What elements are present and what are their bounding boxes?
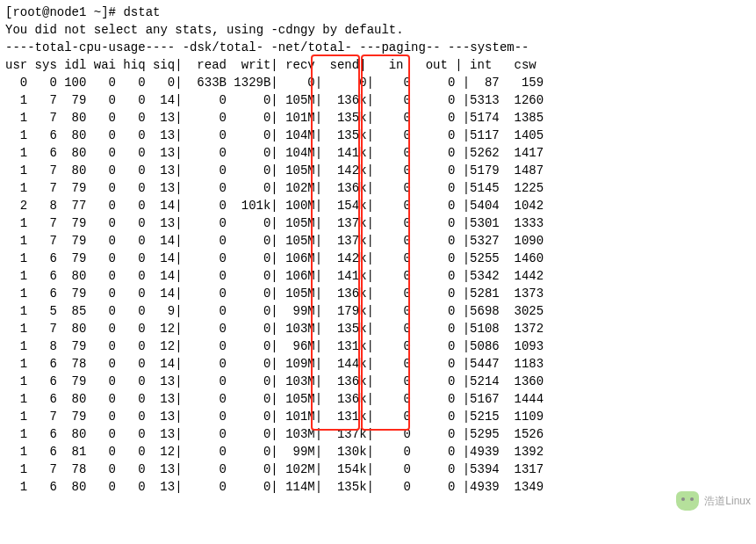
separator-icon: |: [455, 478, 462, 496]
cell-int: 5281: [463, 285, 500, 302]
separator-icon: |: [455, 109, 462, 127]
separator-icon: |: [367, 91, 374, 109]
cell-siq: 12: [146, 320, 176, 337]
table-row: 16800013|00|104M|135k|00 |51171405: [5, 127, 751, 144]
table-row: 16800013|00|114M|135k|00 |49391349: [5, 478, 751, 496]
cell-out: 0: [418, 478, 455, 496]
cell-usr: 1: [5, 214, 27, 232]
separator-icon: |: [455, 425, 462, 443]
cell-recv: 109M: [278, 355, 315, 373]
separator-icon: |: [448, 56, 455, 74]
cell-writ: 0: [227, 478, 270, 496]
cell-out: 0: [418, 267, 455, 285]
cell-send: 135k: [330, 109, 367, 127]
cell-hiq: 0: [116, 337, 146, 355]
separator-icon: |: [175, 144, 182, 162]
cell-hiq: 0: [116, 373, 146, 390]
cell-usr: 1: [5, 91, 27, 109]
cell-wai: 0: [86, 425, 116, 443]
cell-hiq: 0: [116, 109, 146, 127]
cell-int: 5215: [463, 408, 500, 425]
separator-icon: |: [315, 162, 322, 179]
cell-siq: 13: [146, 162, 176, 179]
separator-icon: |: [175, 109, 182, 127]
cell-int: 5179: [463, 162, 500, 179]
cell-csw: 1090: [500, 232, 544, 250]
cell-wai: 0: [86, 461, 116, 478]
cell-sys: 7: [27, 461, 57, 478]
cell-out: 0: [418, 197, 455, 214]
separator-icon: |: [367, 408, 374, 425]
table-row: 16790013|00|103M|136k|00 |52141360: [5, 373, 751, 390]
cell-recv: 114M: [278, 478, 315, 496]
separator-icon: |: [315, 267, 322, 285]
table-row: 16790014|00|106M|142k|00 |52551460: [5, 250, 751, 267]
separator-icon: |: [367, 390, 374, 408]
dstat-column-header: usr sys idl wai hiq siq | read writ | re…: [5, 56, 751, 74]
cell-read: 0: [190, 478, 227, 496]
separator-icon: |: [455, 179, 462, 197]
separator-icon: |: [455, 461, 462, 478]
cell-out: 0: [418, 144, 455, 162]
cell-siq: 13: [146, 390, 176, 408]
cell-idl: 79: [57, 214, 87, 232]
separator-icon: |: [367, 443, 374, 461]
separator-icon: |: [367, 127, 374, 144]
cell-recv: 105M: [278, 91, 315, 109]
cell-usr: 1: [5, 425, 27, 443]
separator-icon: |: [175, 232, 182, 250]
table-row: 17790013|00|102M|136k|00 |51451225: [5, 179, 751, 197]
cell-in: 0: [374, 144, 411, 162]
cell-recv: 104M: [278, 144, 315, 162]
cell-idl: 80: [57, 320, 87, 337]
cell-recv: 99M: [278, 302, 315, 320]
table-row: 17800013|00|105M|142k|00 |51791487: [5, 162, 751, 179]
cell-writ: 0: [227, 355, 270, 373]
separator-icon: |: [367, 285, 374, 302]
cell-send: 141k: [330, 267, 367, 285]
cell-csw: 1487: [500, 162, 544, 179]
cell-usr: 1: [5, 109, 27, 127]
cell-read: 0: [190, 250, 227, 267]
cell-read: 0: [190, 302, 227, 320]
cell-sys: 6: [27, 127, 57, 144]
cell-send: 137k: [330, 214, 367, 232]
cell-usr: 1: [5, 127, 27, 144]
cell-csw: 1109: [500, 408, 544, 425]
cell-read: 0: [190, 461, 227, 478]
cell-read: 0: [190, 443, 227, 461]
cell-writ: 0: [227, 320, 270, 337]
separator-icon: |: [315, 109, 322, 127]
separator-icon: |: [315, 214, 322, 232]
separator-icon: |: [367, 478, 374, 496]
cell-out: 0: [418, 408, 455, 425]
separator-icon: |: [367, 373, 374, 390]
separator-icon: |: [367, 355, 374, 373]
cell-wai: 0: [86, 232, 116, 250]
separator-icon: |: [175, 162, 182, 179]
cell-writ: 0: [227, 127, 270, 144]
cell-writ: 0: [227, 267, 270, 285]
cell-hiq: 0: [116, 267, 146, 285]
cell-in: 0: [374, 461, 411, 478]
cell-recv: 100M: [278, 197, 315, 214]
separator-icon: |: [455, 443, 462, 461]
separator-icon: |: [315, 74, 322, 91]
separator-icon: |: [175, 250, 182, 267]
col-read: read: [190, 56, 227, 74]
cell-wai: 0: [86, 337, 116, 355]
cell-sys: 7: [27, 232, 57, 250]
separator-icon: |: [270, 443, 277, 461]
cell-int: 5404: [463, 197, 500, 214]
watermark-text: 浩道Linux: [704, 492, 751, 510]
separator-icon: |: [270, 109, 277, 127]
cell-read: 0: [190, 144, 227, 162]
separator-icon: |: [175, 461, 182, 478]
col-sys: sys: [27, 56, 57, 74]
separator-icon: |: [270, 197, 277, 214]
cell-send: 136k: [330, 179, 367, 197]
separator-icon: |: [455, 320, 462, 337]
cell-wai: 0: [86, 443, 116, 461]
table-row: 16800013|00|103M|137k|00 |52951526: [5, 425, 751, 443]
separator-icon: |: [175, 56, 182, 74]
